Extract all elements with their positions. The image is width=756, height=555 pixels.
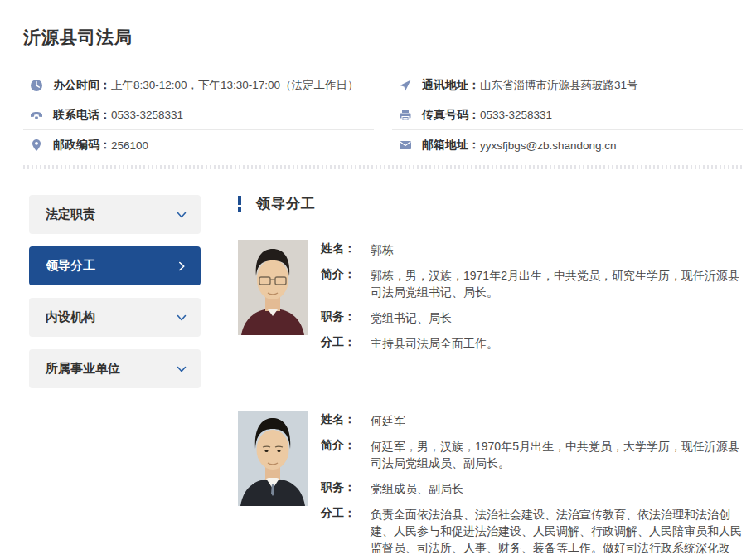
field-label-name: 姓名： [321,412,371,429]
field-label-duty: 分工： [321,335,371,352]
contact-label: 通讯地址： [422,78,480,93]
field-label-bio: 简介： [321,438,371,471]
leader-fields: 姓名： 何廷军 简介： 何廷军，男，汉族，1970年5月出生，中共党员，大学学历… [321,411,743,555]
chevron-down-icon [176,209,187,221]
sidebar-item-statutory-duties[interactable]: 法定职责 [29,195,201,234]
phone-icon [30,109,43,122]
leader-card: 姓名： 何廷军 简介： 何廷军，男，汉族，1970年5月出生，中共党员，大学学历… [238,411,743,555]
contact-label: 联系电话： [53,108,111,123]
leader-card: 姓名： 郭栋 简介： 郭栋，男，汉族，1971年2月出生，中共党员，研究生学历，… [238,240,743,361]
chevron-right-icon [176,260,187,272]
leader-position: 党组成员、副局长 [371,480,463,497]
sidebar: 法定职责 领导分工 内设机构 所属事业单位 [29,195,201,555]
leader-bio: 何廷军，男，汉族，1970年5月出生，中共党员，大学学历，现任沂源县司法局党组成… [371,438,743,471]
leader-photo [238,240,308,335]
clock-icon [30,79,43,92]
dashed-divider [23,165,743,169]
contact-row-email: 邮箱地址： yyxsfjbgs@zb.shandong.cn [392,130,743,160]
navigation-icon [399,79,412,92]
leader-position: 党组书记、局长 [371,309,452,326]
field-label-position: 职务： [321,480,371,497]
sidebar-item-leadership-division[interactable]: 领导分工 [29,246,201,285]
leader-bio: 郭栋，男，汉族，1971年2月出生，中共党员，研究生学历，现任沂源县司法局党组书… [371,267,743,300]
sidebar-item-affiliated-institutions[interactable]: 所属事业单位 [29,349,201,388]
leader-fields: 姓名： 郭栋 简介： 郭栋，男，汉族，1971年2月出生，中共党员，研究生学历，… [321,240,743,361]
mail-icon [399,139,412,152]
leader-duty: 负责全面依法治县、法治社会建设、法治宣传教育、依法治理和法治创建、人民参与和促进… [371,506,743,555]
field-label-duty: 分工： [321,506,371,555]
page: 沂源县司法局 办公时间： 上午8:30-12:00，下午13:30-17:00（… [0,25,756,555]
contact-label: 邮箱地址： [422,138,480,153]
sidebar-item-internal-organs[interactable]: 内设机构 [29,298,201,337]
leader-name: 何廷军 [371,412,405,429]
leader-name: 郭栋 [371,241,394,258]
sidebar-item-label: 内设机构 [46,309,95,325]
contact-row-fax: 传真号码： 0533-3258331 [392,100,743,130]
main-content: 领导分工 [238,195,743,555]
section-accent-bar [238,196,241,212]
contact-row-address: 通讯地址： 山东省淄博市沂源县药玻路31号 [392,71,743,100]
field-label-name: 姓名： [321,241,371,258]
location-pin-icon [30,139,43,152]
chevron-down-icon [176,312,187,324]
contact-value: yyxsfjbgs@zb.shandong.cn [480,139,617,152]
contact-value: 0533-3258331 [111,109,183,121]
contact-label: 办公时间： [53,78,111,93]
page-left-border [2,0,2,171]
contact-label: 邮政编码： [53,138,111,153]
field-label-position: 职务： [321,309,371,326]
leader-photo [238,411,308,506]
field-label-bio: 简介： [321,267,371,300]
page-title: 沂源县司法局 [23,25,743,49]
contact-value: 256100 [111,139,148,152]
contact-value: 山东省淄博市沂源县药玻路31号 [480,78,638,93]
contact-row-office-hours: 办公时间： 上午8:30-12:00，下午13:30-17:00（法定工作日） [23,71,374,100]
contact-row-postcode: 邮政编码： 256100 [23,130,374,160]
sidebar-item-label: 所属事业单位 [46,361,120,377]
chevron-down-icon [176,363,187,375]
sidebar-item-label: 法定职责 [46,207,95,222]
contact-info: 办公时间： 上午8:30-12:00，下午13:30-17:00（法定工作日） … [23,71,743,160]
fax-icon [399,109,412,122]
section-header: 领导分工 [238,195,743,212]
contact-label: 传真号码： [422,108,480,123]
contact-row-phone: 联系电话： 0533-3258331 [23,100,374,130]
sidebar-item-label: 领导分工 [46,258,95,274]
leader-duty: 主持县司法局全面工作。 [371,335,498,352]
contact-value: 0533-3258331 [480,109,552,121]
section-title: 领导分工 [256,194,316,213]
contact-value: 上午8:30-12:00，下午13:30-17:00（法定工作日） [111,78,359,93]
